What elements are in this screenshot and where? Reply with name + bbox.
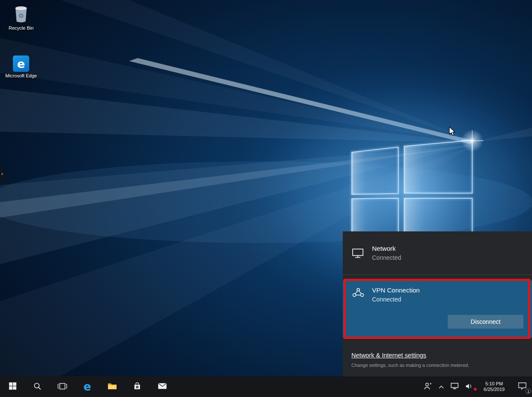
- store-icon: [133, 382, 141, 391]
- start-button[interactable]: [0, 376, 25, 397]
- action-center-icon: [518, 382, 526, 391]
- search-button[interactable]: [25, 376, 50, 397]
- people-icon: [423, 382, 432, 391]
- chevron-up-icon: [439, 384, 444, 390]
- vpn-status: Connected: [372, 296, 420, 303]
- network-tray-icon: [451, 383, 458, 391]
- clock-time: 5:10 PM: [486, 381, 503, 387]
- folder-icon: [108, 382, 117, 391]
- people-button[interactable]: [420, 376, 435, 397]
- taskbar-edge-button[interactable]: e: [75, 376, 100, 397]
- edge-icon: e: [83, 381, 91, 392]
- vpn-list-item[interactable]: VPN Connection Connected Disconnect: [343, 280, 532, 338]
- windows-logo-icon: [9, 382, 16, 391]
- taskbar-clock[interactable]: 5:10 PM 6/25/2019: [476, 376, 512, 397]
- vpn-name: VPN Connection: [372, 286, 420, 294]
- tray-overflow-button[interactable]: [435, 376, 447, 397]
- mail-button[interactable]: [150, 376, 175, 397]
- tray-network-button[interactable]: [447, 376, 462, 397]
- file-explorer-button[interactable]: [100, 376, 125, 397]
- desktop-icon-label: Recycle Bin: [5, 25, 37, 31]
- left-edge-panel-tab[interactable]: ›: [0, 167, 4, 182]
- network-internet-settings-link[interactable]: Network & Internet settings: [351, 352, 426, 359]
- notification-badge: 1: [526, 388, 531, 394]
- recycle-bin-icon: ♻: [5, 5, 37, 24]
- mail-icon: [158, 383, 167, 391]
- spacer: [343, 275, 532, 280]
- tray-volume-button[interactable]: [462, 376, 476, 397]
- recycle-glyph: ♻: [18, 12, 24, 20]
- settings-hint: Change settings, such as making a connec…: [351, 363, 523, 368]
- volume-icon: [465, 383, 473, 391]
- network-list-item[interactable]: Network Connected: [343, 231, 532, 274]
- vpn-icon: [351, 288, 365, 298]
- desktop-icon-label: Microsoft Edge: [5, 73, 37, 79]
- task-view-button[interactable]: [50, 376, 75, 397]
- clock-date: 6/25/2019: [484, 387, 505, 392]
- desktop-icon-recycle-bin[interactable]: ♻ Recycle Bin: [5, 5, 37, 31]
- flyout-footer: Network & Internet settings Change setti…: [343, 338, 532, 368]
- store-button[interactable]: [125, 376, 150, 397]
- network-flyout: Network Connected V: [343, 231, 532, 376]
- edge-letter: e: [17, 58, 25, 70]
- mouse-cursor: [449, 126, 456, 136]
- taskbar: e: [0, 376, 532, 397]
- network-name: Network: [372, 245, 401, 252]
- ethernet-icon: [351, 248, 365, 259]
- chevron-right-icon: ›: [1, 171, 3, 177]
- windows-desktop: ♻ Recycle Bin e Microsoft Edge › Network…: [0, 0, 532, 397]
- task-view-icon: [58, 383, 67, 391]
- search-icon: [34, 382, 41, 391]
- disconnect-button[interactable]: Disconnect: [448, 315, 523, 329]
- desktop-icon-microsoft-edge[interactable]: e Microsoft Edge: [5, 54, 37, 79]
- system-tray: 5:10 PM 6/25/2019 1: [420, 376, 532, 397]
- edge-icon: e: [13, 55, 29, 72]
- network-status: Connected: [372, 254, 401, 261]
- action-center-button[interactable]: 1: [512, 376, 532, 397]
